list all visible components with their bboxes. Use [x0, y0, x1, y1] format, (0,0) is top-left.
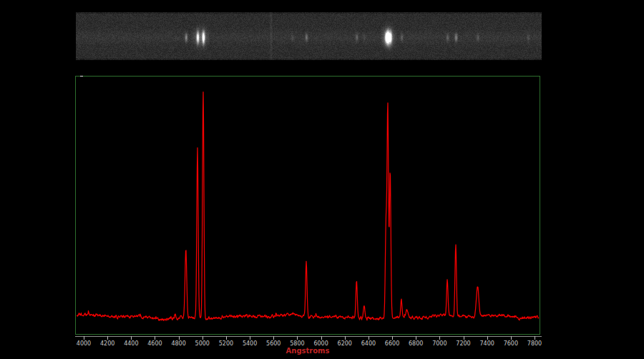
x-axis-tick: [392, 336, 393, 340]
x-axis-tick-label: 5800: [284, 340, 310, 347]
x-axis-tick: [203, 336, 203, 340]
app-screen: 4000420044004600480050005200540056005800…: [0, 0, 644, 359]
x-axis-tick-label: 5400: [237, 340, 263, 347]
x-axis-tick: [369, 336, 369, 340]
x-axis-tick-label: 6800: [403, 340, 429, 347]
x-axis-tick-label: 5000: [190, 340, 215, 347]
x-axis-tick: [535, 336, 535, 340]
x-axis-tick-label: 4200: [94, 340, 120, 347]
x-axis-line: [75, 336, 542, 337]
x-axis-tick-label: 5200: [213, 340, 239, 347]
x-axis-tick-label: 6000: [308, 340, 334, 347]
x-axis-tick: [250, 336, 250, 340]
x-axis-tick: [511, 336, 512, 340]
x-axis-tick-label: 4600: [142, 340, 167, 347]
x-axis-tick: [464, 336, 464, 340]
x-axis-tick: [107, 336, 108, 340]
x-axis-tick: [487, 336, 488, 340]
x-axis-tick-label: 7200: [451, 340, 477, 347]
x-axis-tick: [416, 336, 416, 340]
x-axis-tick: [131, 336, 132, 340]
plot-top-marker: [80, 76, 83, 77]
x-axis-tick: [84, 336, 84, 340]
x-axis-tick-label: 6400: [356, 340, 381, 347]
x-axis-tick-label: 7600: [498, 340, 524, 347]
x-axis-tick: [179, 336, 180, 340]
x-axis-tick-label: 7000: [426, 340, 452, 347]
x-axis-tick: [297, 336, 298, 340]
x-axis-tick-label: 4400: [118, 340, 144, 347]
x-axis-tick-label: 5600: [260, 340, 286, 347]
x-axis-tick-label: 4800: [166, 340, 192, 347]
spectrum-trace-canvas[interactable]: [76, 77, 540, 334]
x-axis-tick: [226, 336, 227, 340]
x-axis-tick-label: 6200: [332, 340, 358, 347]
x-axis-tick: [155, 336, 155, 340]
spectrum-strip-image[interactable]: [76, 12, 542, 60]
x-axis-tick-label: 4000: [71, 340, 97, 347]
x-axis-tick-label: 7800: [522, 340, 547, 347]
x-axis-tick: [321, 336, 322, 340]
x-axis-tick: [345, 336, 346, 340]
x-axis-tick-label: 6600: [379, 340, 405, 347]
spectrum-plot-frame: [75, 76, 540, 335]
x-axis-title: Angstroms: [265, 347, 351, 355]
x-axis: 4000420044004600480050005200540056005800…: [0, 335, 644, 359]
x-axis-tick: [273, 336, 274, 340]
x-axis-tick: [439, 336, 440, 340]
x-axis-tick-label: 7400: [474, 340, 500, 347]
